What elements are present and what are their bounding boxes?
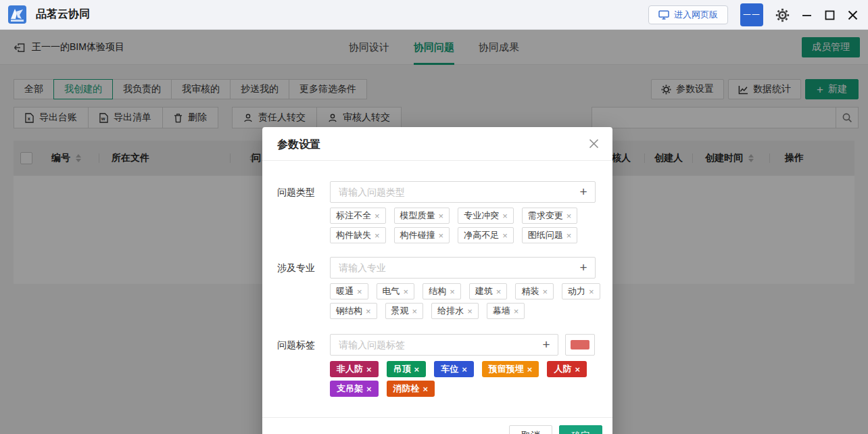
tag-label: 预留预埋 [489, 363, 524, 375]
tag-remove-icon[interactable]: × [450, 287, 455, 297]
tag-remove-icon[interactable]: × [496, 287, 502, 297]
confirm-button[interactable]: 确定 [559, 425, 602, 434]
tag-chip: 动力× [562, 283, 600, 299]
tag-chip: 电气× [377, 283, 415, 299]
window-minimize-button[interactable] [795, 0, 818, 30]
tag-remove-icon[interactable]: × [467, 306, 473, 316]
label-color-picker[interactable] [565, 334, 595, 356]
tag-chip: 支吊架× [330, 381, 379, 397]
dialog-footer: 取消 确定 [262, 417, 612, 434]
tag-remove-icon[interactable]: × [575, 364, 580, 375]
tag-chip: 图纸问题× [522, 227, 578, 243]
tag-label: 专业冲突 [464, 210, 499, 222]
tag-remove-icon[interactable]: × [423, 384, 429, 394]
tag-remove-icon[interactable]: × [366, 384, 372, 394]
tag-label: 构件缺失 [336, 229, 371, 241]
tag-chip: 人防× [547, 361, 587, 377]
issue-label-input[interactable] [331, 339, 535, 350]
issue-label-label: 问题标签 [277, 334, 326, 356]
app-title: 品茗云协同 [36, 7, 90, 22]
settings-gear-icon[interactable] [775, 8, 790, 22]
tag-row: 构件缺失×构件碰撞×净高不足×图纸问题× [330, 227, 585, 243]
tag-label: 人防 [554, 363, 571, 375]
cancel-button[interactable]: 取消 [509, 425, 552, 434]
tag-label: 需求变更 [528, 210, 563, 222]
tag-remove-icon[interactable]: × [404, 287, 409, 297]
tag-chip: 建筑× [469, 283, 508, 299]
tag-chip: 净高不足× [458, 227, 514, 243]
tag-row: 标注不全×模型质量×专业冲突×需求变更× [330, 208, 585, 224]
tag-row: 非人防×吊顶×车位×预留预埋×人防× [330, 361, 595, 377]
user-avatar[interactable]: 一一 [740, 3, 763, 26]
tag-chip: 专业冲突× [458, 208, 514, 224]
tag-chip: 消防栓× [387, 381, 435, 397]
tag-remove-icon[interactable]: × [357, 287, 362, 297]
issue-type-input[interactable] [331, 187, 572, 197]
tag-label: 车位 [441, 363, 458, 375]
tag-label: 幕墙 [493, 305, 510, 317]
tag-remove-icon[interactable]: × [412, 306, 418, 316]
tag-label: 模型质量 [400, 210, 435, 222]
close-icon[interactable] [589, 139, 599, 149]
issue-type-input-box: + [330, 181, 596, 203]
tag-label: 动力 [568, 285, 585, 297]
tag-remove-icon[interactable]: × [439, 231, 444, 241]
tag-label: 结构 [429, 285, 446, 297]
tag-label: 构件碰撞 [400, 229, 435, 241]
app-logo [8, 5, 26, 24]
tag-remove-icon[interactable]: × [542, 287, 548, 297]
window-close-button[interactable] [841, 0, 864, 30]
tag-label: 非人防 [337, 363, 363, 375]
monitor-icon [658, 10, 669, 20]
tag-label: 景观 [391, 305, 409, 317]
tag-remove-icon[interactable]: × [462, 364, 467, 375]
discipline-tags: 暖通×电气×结构×建筑×精装×动力×钢结构×景观×给排水×幕墙× [330, 283, 608, 322]
tag-remove-icon[interactable]: × [514, 306, 519, 316]
tag-label: 给排水 [437, 305, 464, 317]
add-issue-type-button[interactable]: + [572, 182, 595, 202]
issue-label-input-box: + [330, 334, 558, 356]
tag-remove-icon[interactable]: × [439, 211, 444, 221]
tag-remove-icon[interactable]: × [366, 306, 371, 316]
tag-remove-icon[interactable]: × [502, 231, 508, 241]
issue-type-tags: 标注不全×模型质量×专业冲突×需求变更×构件缺失×构件碰撞×净高不足×图纸问题× [330, 208, 585, 247]
tag-label: 吊顶 [393, 363, 411, 375]
tag-chip: 需求变更× [522, 208, 578, 224]
tag-chip: 模型质量× [394, 208, 450, 224]
tag-chip: 车位× [434, 361, 474, 377]
add-issue-label-button[interactable]: + [535, 335, 558, 355]
tag-label: 电气 [383, 285, 400, 297]
tag-row: 钢结构×景观×给排水×幕墙× [330, 303, 608, 319]
tag-label: 暖通 [336, 285, 354, 297]
tag-label: 钢结构 [336, 305, 362, 317]
tag-remove-icon[interactable]: × [366, 364, 372, 375]
app-window: 品茗云协同 进入网页版 一一 [0, 0, 868, 434]
enter-web-version-button[interactable]: 进入网页版 [648, 5, 728, 24]
tag-label: 消防栓 [393, 383, 420, 395]
color-swatch [571, 340, 589, 349]
tag-chip: 暖通× [330, 283, 368, 299]
tag-remove-icon[interactable]: × [566, 231, 572, 241]
tag-label: 标注不全 [336, 210, 371, 222]
tag-row: 支吊架×消防栓× [330, 381, 595, 397]
tag-remove-icon[interactable]: × [566, 211, 572, 221]
tag-chip: 给排水× [431, 303, 479, 319]
tag-chip: 预留预埋× [482, 361, 539, 377]
issue-type-label: 问题类型 [277, 181, 326, 203]
tag-remove-icon[interactable]: × [414, 364, 420, 375]
tag-label: 建筑 [475, 285, 493, 297]
tag-chip: 吊顶× [387, 361, 427, 377]
add-discipline-button[interactable]: + [572, 258, 595, 278]
tag-remove-icon[interactable]: × [527, 364, 533, 375]
tag-remove-icon[interactable]: × [589, 287, 594, 297]
tag-chip: 精装× [515, 283, 554, 299]
window-maximize-button[interactable] [818, 0, 841, 30]
tag-remove-icon[interactable]: × [502, 211, 508, 221]
param-settings-dialog: 参数设置 问题类型 + 标注不全×模型质量×专业冲突×需求变更×构件缺失×构件碰… [262, 127, 612, 434]
tag-remove-icon[interactable]: × [375, 211, 380, 221]
dialog-title: 参数设置 [277, 127, 320, 162]
tag-remove-icon[interactable]: × [375, 231, 380, 241]
tag-chip: 构件缺失× [330, 227, 386, 243]
tag-chip: 构件碰撞× [394, 227, 450, 243]
discipline-input[interactable] [331, 262, 572, 273]
